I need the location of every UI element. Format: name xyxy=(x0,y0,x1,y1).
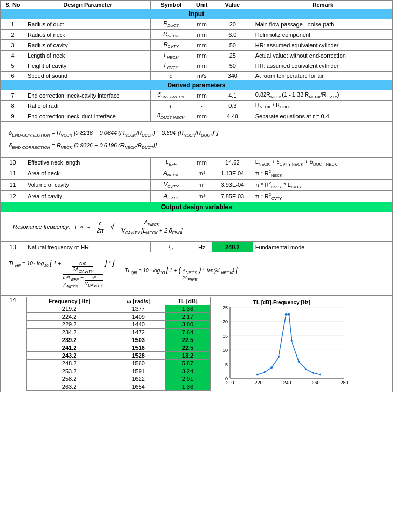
tl-col-header: TL [dB] xyxy=(165,297,211,305)
x-label: 200 xyxy=(226,380,234,385)
row-value: 1.13E-04 xyxy=(212,168,253,180)
col-design-param: Design Parameter xyxy=(25,1,151,9)
y-label: 15 xyxy=(223,334,228,339)
row-value: 0.3 xyxy=(212,101,253,111)
row-value: 4.48 xyxy=(212,111,253,121)
tl-value: 3.24 xyxy=(165,367,211,375)
row-sno: 7 xyxy=(1,90,25,100)
freq-row: 234.2 1472 7.64 xyxy=(27,328,211,336)
row-remark: Main flow passage - noise path xyxy=(253,19,392,30)
row-symbol: c xyxy=(151,71,192,80)
freq-value: 224.2 xyxy=(27,312,112,320)
input-row: 1 Radius of duct RDUCT mm 20 Main flow p… xyxy=(1,19,393,30)
freq-value: 234.2 xyxy=(27,328,112,336)
freq-value: 248.2 xyxy=(27,359,112,367)
row-remark: π * R2NECK xyxy=(253,168,392,180)
row-param: Ratio of radii xyxy=(25,101,151,111)
y-label: 25 xyxy=(223,305,228,310)
natural-freq-row: 13 Natural frequency of HR fn Hz 240.2 F… xyxy=(1,241,393,252)
row-symbol: RNECK xyxy=(151,30,192,40)
freq-value: 239.2 xyxy=(27,336,112,344)
omega-col-header: ω [rad/s] xyxy=(112,297,165,305)
col-symbol: Symbol xyxy=(151,1,192,9)
freq-table: Frequency [Hz] ω [rad/s] TL [dB] 219.2 1… xyxy=(26,297,211,391)
tl-value: 13.2 xyxy=(165,351,211,359)
derived-row: 9 End correction: neck-duct interface δD… xyxy=(1,111,393,121)
x-label: 220 xyxy=(254,380,262,385)
row-value: 25 xyxy=(212,50,253,61)
freq-row: 263.2 1654 1.36 xyxy=(27,383,211,390)
row-remark: Actual value: without end-correction xyxy=(253,50,392,61)
row-value: 240.2 xyxy=(212,241,253,252)
resonance-formula-row: Resonance frequency: fn = c 2π √ ANECK V… xyxy=(1,212,393,241)
row-unit: Hz xyxy=(192,241,212,252)
row-symbol: VCVTY xyxy=(151,179,192,190)
row-unit: mm xyxy=(192,111,212,121)
input-row: 3 Radius of cavity RCVTY mm 50 HR: assum… xyxy=(1,40,393,50)
omega-value: 1528 xyxy=(112,351,165,359)
calc-row: 12 Area of cavity ACVTY m² 7.85E-03 π * … xyxy=(1,190,393,202)
row-param: Area of cavity xyxy=(25,190,151,202)
derived-section-header: Derived parameters xyxy=(1,80,393,90)
row-remark: At room temperature for air xyxy=(253,71,392,80)
row-sno: 13 xyxy=(1,241,25,252)
tl-value: 2.17 xyxy=(165,312,211,320)
row-sno: 3 xyxy=(1,40,25,50)
input-row: 2 Radius of neck RNECK mm 6.0 Helmholtz … xyxy=(1,30,393,40)
tl-chart: TL [dB]-Frequency [Hz] 25 20 15 10 5 0 2… xyxy=(214,298,349,386)
row-sno: 5 xyxy=(1,61,25,71)
row-param: End correction: neck-duct interface xyxy=(25,111,151,121)
freq-row: 219.2 1377 1.36 xyxy=(27,305,211,312)
row-value: 50 xyxy=(212,61,253,71)
row-unit: mm xyxy=(192,30,212,40)
row-unit: mm xyxy=(192,19,212,30)
omega-value: 1377 xyxy=(112,305,165,312)
tl-value: 3.80 xyxy=(165,320,211,328)
table-header: S. No Design Parameter Symbol Unit Value… xyxy=(1,1,393,9)
row-sno: 4 xyxy=(1,50,25,61)
row-unit: mm xyxy=(192,50,212,61)
formula-row-1: δEND-CORRECTION = RNECK [0.8216 − 0.0644… xyxy=(1,121,393,157)
data-point xyxy=(305,368,307,370)
omega-value: 1654 xyxy=(112,383,165,390)
input-row: 4 Length of neck LNECK mm 25 Actual valu… xyxy=(1,50,393,61)
data-point xyxy=(278,356,280,358)
output-section-header: Output design variables xyxy=(1,202,393,212)
calc-row: 10 Effective neck length LEFF mm 14.62 L… xyxy=(1,157,393,168)
row-value: 20 xyxy=(212,19,253,30)
row-remark: LNECK + δCVTY-NECK + δDUCT-NECK xyxy=(253,157,392,168)
input-section-header: Input xyxy=(1,9,393,19)
freq-value: 243.2 xyxy=(27,351,112,359)
row-unit: m³ xyxy=(192,179,212,190)
row-remark: Helmholtz component xyxy=(253,30,392,40)
row-remark: HR: assumed equivalent cylinder xyxy=(253,40,392,50)
output-label: Output design variables xyxy=(1,202,393,212)
row-remark: Separate equations at r = 0.4 xyxy=(253,111,392,121)
omega-value: 1516 xyxy=(112,344,165,351)
data-point xyxy=(256,373,259,375)
freq-row: 241.2 1516 22.5 xyxy=(27,344,211,351)
row-value: 6.0 xyxy=(212,30,253,40)
row-param: Radius of cavity xyxy=(25,40,151,50)
row-sno: 11 xyxy=(1,179,25,190)
row-param: Radius of neck xyxy=(25,30,151,40)
freq-col-header: Frequency [Hz] xyxy=(27,297,112,305)
data-point xyxy=(264,371,266,373)
row-symbol: LNECK xyxy=(151,50,192,61)
row-unit: mm xyxy=(192,61,212,71)
row-sno: 14 xyxy=(1,295,25,392)
col-sno: S. No xyxy=(1,1,25,9)
col-value: Value xyxy=(212,1,253,9)
row-remark: RNECK / RDUCT xyxy=(253,101,392,111)
freq-row: 258.2 1622 2.01 xyxy=(27,375,211,383)
x-label: 240 xyxy=(283,380,291,385)
tl-curve xyxy=(258,314,320,374)
row-sno: 8 xyxy=(1,101,25,111)
row-unit: mm xyxy=(192,90,212,100)
row-symbol: LCVTY xyxy=(151,61,192,71)
omega-value: 1622 xyxy=(112,375,165,383)
row-sno: 9 xyxy=(1,111,25,121)
col-unit: Unit xyxy=(192,1,212,9)
omega-value: 1440 xyxy=(112,320,165,328)
data-point xyxy=(298,361,300,363)
